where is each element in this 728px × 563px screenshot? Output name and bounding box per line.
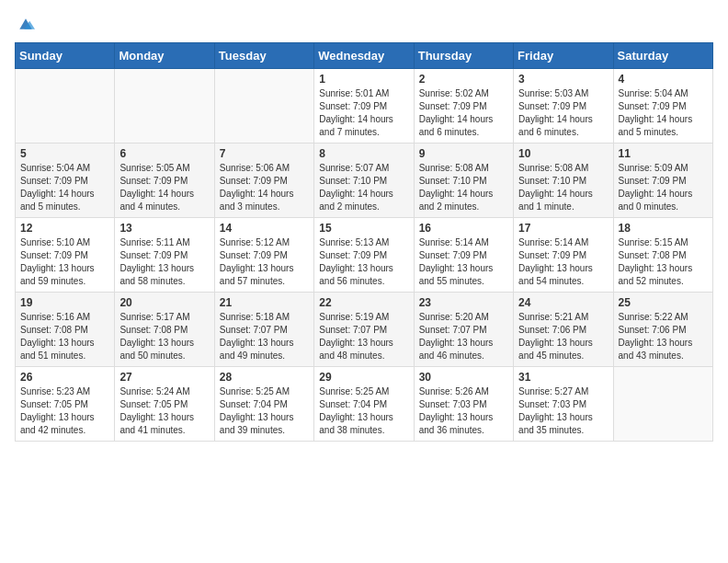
day-number: 6 — [119, 147, 209, 160]
day-number: 19 — [20, 296, 109, 309]
calendar-cell: 18Sunrise: 5:15 AM Sunset: 7:08 PM Dayli… — [613, 218, 712, 293]
calendar-cell: 13Sunrise: 5:11 AM Sunset: 7:09 PM Dayli… — [115, 218, 214, 293]
calendar-cell: 6Sunrise: 5:05 AM Sunset: 7:09 PM Daylig… — [115, 144, 214, 218]
weekday-header-row: SundayMondayTuesdayWednesdayThursdayFrid… — [16, 43, 713, 69]
calendar-cell: 16Sunrise: 5:14 AM Sunset: 7:09 PM Dayli… — [414, 218, 513, 293]
calendar-cell: 28Sunrise: 5:25 AM Sunset: 7:04 PM Dayli… — [214, 367, 313, 442]
day-number: 17 — [518, 222, 608, 235]
day-info: Sunrise: 5:13 AM Sunset: 7:09 PM Dayligh… — [319, 236, 408, 288]
calendar-cell: 25Sunrise: 5:22 AM Sunset: 7:06 PM Dayli… — [613, 293, 712, 367]
day-info: Sunrise: 5:03 AM Sunset: 7:09 PM Dayligh… — [518, 87, 608, 139]
calendar-cell: 27Sunrise: 5:24 AM Sunset: 7:05 PM Dayli… — [115, 367, 214, 442]
day-info: Sunrise: 5:19 AM Sunset: 7:07 PM Dayligh… — [319, 311, 408, 362]
day-number: 8 — [319, 147, 408, 160]
day-info: Sunrise: 5:23 AM Sunset: 7:05 PM Dayligh… — [20, 385, 109, 437]
calendar-cell: 3Sunrise: 5:03 AM Sunset: 7:09 PM Daylig… — [514, 69, 613, 144]
day-number: 16 — [419, 222, 508, 235]
day-number: 13 — [119, 222, 209, 235]
day-info: Sunrise: 5:02 AM Sunset: 7:09 PM Dayligh… — [419, 87, 508, 139]
day-number: 27 — [119, 371, 209, 384]
day-info: Sunrise: 5:07 AM Sunset: 7:10 PM Dayligh… — [319, 162, 408, 213]
day-number: 26 — [20, 371, 109, 384]
day-info: Sunrise: 5:20 AM Sunset: 7:07 PM Dayligh… — [419, 311, 508, 362]
day-number: 21 — [220, 296, 309, 309]
day-number: 3 — [518, 73, 608, 86]
day-info: Sunrise: 5:25 AM Sunset: 7:04 PM Dayligh… — [220, 385, 309, 437]
calendar-cell: 12Sunrise: 5:10 AM Sunset: 7:09 PM Dayli… — [16, 218, 115, 293]
calendar-week-row: 12Sunrise: 5:10 AM Sunset: 7:09 PM Dayli… — [16, 218, 713, 293]
day-number: 14 — [220, 222, 309, 235]
day-number: 18 — [619, 222, 708, 235]
calendar-cell: 1Sunrise: 5:01 AM Sunset: 7:09 PM Daylig… — [314, 69, 414, 144]
day-number: 5 — [20, 147, 109, 160]
calendar-cell — [115, 69, 214, 144]
calendar-cell: 10Sunrise: 5:08 AM Sunset: 7:10 PM Dayli… — [514, 144, 613, 218]
day-info: Sunrise: 5:26 AM Sunset: 7:03 PM Dayligh… — [419, 385, 508, 437]
calendar-cell: 17Sunrise: 5:14 AM Sunset: 7:09 PM Dayli… — [514, 218, 613, 293]
calendar-cell: 9Sunrise: 5:08 AM Sunset: 7:10 PM Daylig… — [414, 144, 513, 218]
calendar-cell: 30Sunrise: 5:26 AM Sunset: 7:03 PM Dayli… — [414, 367, 513, 442]
calendar-cell: 14Sunrise: 5:12 AM Sunset: 7:09 PM Dayli… — [214, 218, 313, 293]
day-info: Sunrise: 5:09 AM Sunset: 7:09 PM Dayligh… — [619, 162, 708, 213]
day-info: Sunrise: 5:15 AM Sunset: 7:08 PM Dayligh… — [619, 236, 708, 288]
calendar-cell: 24Sunrise: 5:21 AM Sunset: 7:06 PM Dayli… — [514, 293, 613, 367]
logo — [15, 15, 35, 33]
day-info: Sunrise: 5:21 AM Sunset: 7:06 PM Dayligh… — [518, 311, 608, 362]
calendar-cell: 19Sunrise: 5:16 AM Sunset: 7:08 PM Dayli… — [16, 293, 115, 367]
day-info: Sunrise: 5:04 AM Sunset: 7:09 PM Dayligh… — [20, 162, 109, 213]
day-number: 22 — [319, 296, 408, 309]
day-info: Sunrise: 5:18 AM Sunset: 7:07 PM Dayligh… — [220, 311, 309, 362]
day-number: 29 — [319, 371, 408, 384]
day-info: Sunrise: 5:14 AM Sunset: 7:09 PM Dayligh… — [518, 236, 608, 288]
day-number: 11 — [619, 147, 708, 160]
calendar-cell: 4Sunrise: 5:04 AM Sunset: 7:09 PM Daylig… — [613, 69, 712, 144]
day-number: 12 — [20, 222, 109, 235]
page-header — [15, 15, 713, 33]
calendar-cell: 20Sunrise: 5:17 AM Sunset: 7:08 PM Dayli… — [115, 293, 214, 367]
calendar-cell: 2Sunrise: 5:02 AM Sunset: 7:09 PM Daylig… — [414, 69, 513, 144]
day-number: 25 — [619, 296, 708, 309]
calendar-cell: 29Sunrise: 5:25 AM Sunset: 7:04 PM Dayli… — [314, 367, 414, 442]
weekday-header-thursday: Thursday — [414, 43, 513, 69]
calendar-cell: 7Sunrise: 5:06 AM Sunset: 7:09 PM Daylig… — [214, 144, 313, 218]
calendar-cell: 31Sunrise: 5:27 AM Sunset: 7:03 PM Dayli… — [514, 367, 613, 442]
day-info: Sunrise: 5:27 AM Sunset: 7:03 PM Dayligh… — [518, 385, 608, 437]
weekday-header-saturday: Saturday — [613, 43, 712, 69]
weekday-header-wednesday: Wednesday — [314, 43, 414, 69]
calendar-week-row: 26Sunrise: 5:23 AM Sunset: 7:05 PM Dayli… — [16, 367, 713, 442]
day-number: 1 — [319, 73, 408, 86]
day-info: Sunrise: 5:08 AM Sunset: 7:10 PM Dayligh… — [518, 162, 608, 213]
calendar-cell: 22Sunrise: 5:19 AM Sunset: 7:07 PM Dayli… — [314, 293, 414, 367]
day-number: 30 — [419, 371, 508, 384]
calendar-week-row: 1Sunrise: 5:01 AM Sunset: 7:09 PM Daylig… — [16, 69, 713, 144]
calendar-cell: 21Sunrise: 5:18 AM Sunset: 7:07 PM Dayli… — [214, 293, 313, 367]
day-number: 2 — [419, 73, 508, 86]
day-number: 24 — [518, 296, 608, 309]
calendar-cell: 15Sunrise: 5:13 AM Sunset: 7:09 PM Dayli… — [314, 218, 414, 293]
day-info: Sunrise: 5:22 AM Sunset: 7:06 PM Dayligh… — [619, 311, 708, 362]
day-info: Sunrise: 5:04 AM Sunset: 7:09 PM Dayligh… — [619, 87, 708, 139]
day-info: Sunrise: 5:25 AM Sunset: 7:04 PM Dayligh… — [319, 385, 408, 437]
weekday-header-tuesday: Tuesday — [214, 43, 313, 69]
weekday-header-sunday: Sunday — [16, 43, 115, 69]
day-info: Sunrise: 5:12 AM Sunset: 7:09 PM Dayligh… — [220, 236, 309, 288]
calendar-cell — [16, 69, 115, 144]
day-info: Sunrise: 5:10 AM Sunset: 7:09 PM Dayligh… — [20, 236, 109, 288]
day-number: 4 — [619, 73, 708, 86]
calendar-week-row: 5Sunrise: 5:04 AM Sunset: 7:09 PM Daylig… — [16, 144, 713, 218]
calendar-week-row: 19Sunrise: 5:16 AM Sunset: 7:08 PM Dayli… — [16, 293, 713, 367]
calendar-cell — [214, 69, 313, 144]
calendar-cell: 8Sunrise: 5:07 AM Sunset: 7:10 PM Daylig… — [314, 144, 414, 218]
calendar-table: SundayMondayTuesdayWednesdayThursdayFrid… — [15, 42, 713, 442]
day-info: Sunrise: 5:16 AM Sunset: 7:08 PM Dayligh… — [20, 311, 109, 362]
day-number: 23 — [419, 296, 508, 309]
logo-icon — [17, 15, 35, 33]
day-info: Sunrise: 5:17 AM Sunset: 7:08 PM Dayligh… — [119, 311, 209, 362]
day-info: Sunrise: 5:14 AM Sunset: 7:09 PM Dayligh… — [419, 236, 508, 288]
day-info: Sunrise: 5:11 AM Sunset: 7:09 PM Dayligh… — [119, 236, 209, 288]
day-number: 28 — [220, 371, 309, 384]
day-info: Sunrise: 5:06 AM Sunset: 7:09 PM Dayligh… — [220, 162, 309, 213]
calendar-cell: 11Sunrise: 5:09 AM Sunset: 7:09 PM Dayli… — [613, 144, 712, 218]
day-number: 7 — [220, 147, 309, 160]
day-number: 31 — [518, 371, 608, 384]
